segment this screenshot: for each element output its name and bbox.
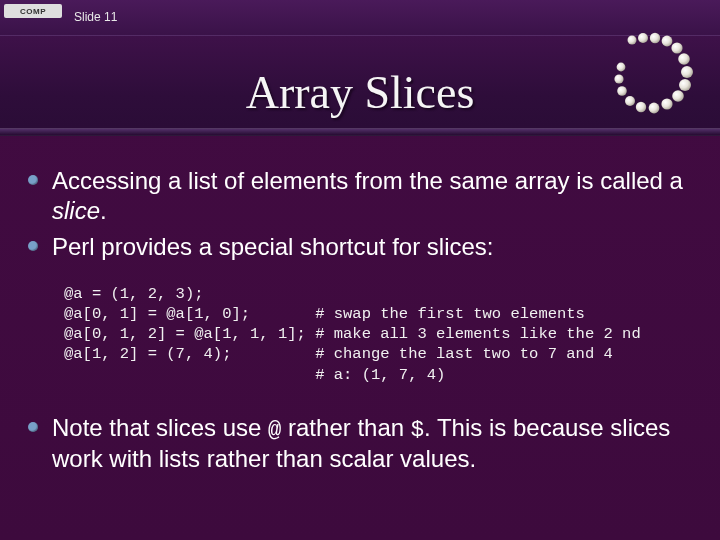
code-line: # a: (1, 7, 4)	[64, 366, 445, 384]
svg-point-6	[681, 66, 693, 78]
bullet-text: Perl provides a special shortcut for sli…	[52, 232, 494, 262]
svg-point-10	[649, 103, 660, 114]
bullet-icon	[28, 241, 38, 251]
svg-point-13	[617, 86, 627, 96]
svg-point-12	[625, 96, 635, 106]
code-line: @a = (1, 2, 3);	[64, 285, 204, 303]
title-underline	[0, 128, 720, 136]
svg-point-14	[614, 74, 623, 83]
bullet-icon	[28, 422, 38, 432]
svg-point-8	[672, 90, 684, 102]
bullet-item: Perl provides a special shortcut for sli…	[28, 232, 692, 262]
closing-sym1: @	[268, 418, 281, 443]
code-line: @a[1, 2] = (7, 4); # change the last two…	[64, 345, 613, 363]
closing-mid: rather than	[281, 414, 410, 441]
code-block: @a = (1, 2, 3); @a[0, 1] = @a[1, 0]; # s…	[64, 284, 692, 385]
bullet-text-pre: Accessing a list of elements from the sa…	[52, 167, 683, 194]
svg-point-5	[678, 53, 690, 65]
bullet-text-em: slice	[52, 197, 100, 224]
logo-badge: COMP	[4, 4, 62, 18]
svg-point-15	[617, 63, 626, 72]
bullet-item: Accessing a list of elements from the sa…	[28, 166, 692, 226]
bullet-text: Note that slices use @ rather than $. Th…	[52, 413, 692, 475]
logo-text: COMP	[20, 7, 46, 16]
slide-number: Slide 11	[74, 10, 117, 24]
bullet-text-post: .	[100, 197, 107, 224]
svg-point-3	[662, 36, 673, 47]
code-line: @a[0, 1] = @a[1, 0]; # swap the first tw…	[64, 305, 585, 323]
svg-point-7	[679, 79, 691, 91]
code-line: @a[0, 1, 2] = @a[1, 1, 1]; # make all 3 …	[64, 325, 641, 343]
svg-point-0	[628, 36, 637, 45]
bullet-item: Note that slices use @ rather than $. Th…	[28, 413, 692, 475]
necklace-image	[600, 30, 700, 120]
svg-point-1	[638, 33, 648, 43]
svg-point-9	[661, 98, 672, 109]
svg-point-11	[636, 102, 646, 112]
svg-point-4	[671, 42, 682, 53]
svg-point-2	[650, 33, 660, 43]
content-area: Accessing a list of elements from the sa…	[0, 136, 720, 474]
bullet-text: Accessing a list of elements from the sa…	[52, 166, 692, 226]
closing-pre: Note that slices use	[52, 414, 268, 441]
closing-sym2: $	[411, 418, 424, 443]
bullet-icon	[28, 175, 38, 185]
bullet-text-pre: Perl provides a special shortcut for sli…	[52, 233, 494, 260]
